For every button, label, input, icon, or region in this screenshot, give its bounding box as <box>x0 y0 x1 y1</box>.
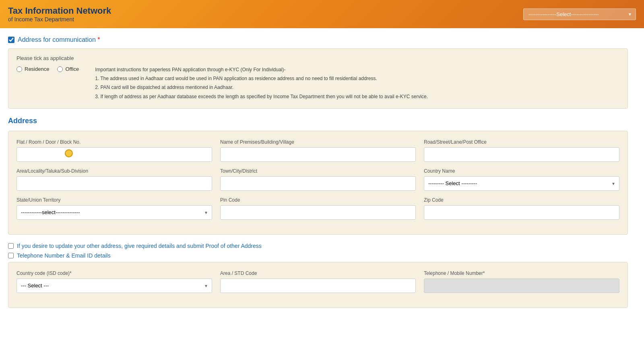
form-group-telephone: Telephone / Mobile Number* <box>424 270 619 293</box>
country-select[interactable]: --------- Select --------- <box>424 176 619 191</box>
radio-options: Residence Office <box>17 66 79 102</box>
premises-input[interactable] <box>220 147 416 162</box>
road-input[interactable] <box>424 147 619 162</box>
telephone-box: Country code (ISD code)* --- Select --- … <box>8 262 628 308</box>
area-input[interactable] <box>17 176 212 191</box>
form-row-3: State/Union Territory ------------select… <box>17 197 619 220</box>
address-communication-header: Address for communication * <box>8 36 628 43</box>
radio-residence-label[interactable]: Residence <box>17 66 49 72</box>
logo: Tax Information Network of Income Tax De… <box>8 6 111 23</box>
radio-office[interactable] <box>57 66 63 72</box>
telephone-section-header: Telephone Number & Email ID details <box>8 252 628 259</box>
telephone-number-label: Telephone / Mobile Number* <box>424 270 619 276</box>
form-group-town: Town/City/District <box>220 168 416 191</box>
zip-label: Zip Code <box>424 197 619 203</box>
header: Tax Information Network of Income Tax De… <box>0 0 644 28</box>
radio-group: Residence Office <box>17 66 79 72</box>
form-row-1: Flat / Room / Door / Block No. Name of P… <box>17 139 619 162</box>
address-title: Address <box>8 117 628 125</box>
telephone-form-row: Country code (ISD code)* --- Select --- … <box>17 270 619 293</box>
header-sub-title: of Income Tax Department <box>8 16 111 23</box>
flat-input-wrap <box>17 147 212 162</box>
instructions-title: Important instructions for paperless PAN… <box>95 66 428 74</box>
instructions: Important instructions for paperless PAN… <box>95 66 428 102</box>
form-group-premises: Name of Premises/Building/Village <box>220 139 416 162</box>
flat-input[interactable] <box>17 147 212 162</box>
radio-office-label[interactable]: Office <box>57 66 79 72</box>
address-communication-label[interactable]: Address for communication * <box>18 36 100 43</box>
form-group-pin: Pin Code <box>220 197 416 220</box>
country-select-wrap[interactable]: --------- Select --------- <box>424 176 619 191</box>
telephone-label[interactable]: Telephone Number & Email ID details <box>17 252 111 259</box>
office-text: Office <box>65 66 79 72</box>
form-group-zip: Zip Code <box>424 197 619 220</box>
required-star: * <box>97 36 100 43</box>
state-select[interactable]: ------------select-------------- <box>17 205 212 220</box>
header-main-title: Tax Information Network <box>8 6 111 16</box>
form-group-road: Road/Street/Lane/Post Office <box>424 139 619 162</box>
info-divider: Residence Office Important instructions … <box>17 66 619 102</box>
town-input[interactable] <box>220 176 416 191</box>
instructions-point-3: 3. If length of address as per Aadhaar d… <box>95 93 428 101</box>
pin-input[interactable] <box>220 205 416 220</box>
state-select-wrap[interactable]: ------------select-------------- <box>17 205 212 220</box>
flat-label: Flat / Room / Door / Block No. <box>17 139 212 145</box>
header-select[interactable]: ----------------Select---------------- <box>523 8 636 20</box>
isd-select-wrap[interactable]: --- Select --- <box>17 279 212 293</box>
isd-select[interactable]: --- Select --- <box>17 279 212 293</box>
zip-input[interactable] <box>424 205 619 220</box>
form-group-area: Area/Locality/Taluka/Sub-Division <box>17 168 212 191</box>
residence-text: Residence <box>25 66 49 72</box>
form-row-2: Area/Locality/Taluka/Sub-Division Town/C… <box>17 168 619 191</box>
info-box: Please tick as applicable Residence Offi… <box>8 48 628 109</box>
other-address-label[interactable]: If you desire to update your other addre… <box>17 243 262 249</box>
address-section: Address Flat / Room / Door / Block No. N… <box>8 117 628 235</box>
form-group-isd: Country code (ISD code)* --- Select --- <box>17 270 212 293</box>
form-group-area-std: Area / STD Code <box>220 270 416 293</box>
radio-residence[interactable] <box>17 66 22 72</box>
instructions-point-1: 1. The address used in Aadhaar card woul… <box>95 75 428 83</box>
state-label: State/Union Territory <box>17 197 212 203</box>
road-label: Road/Street/Lane/Post Office <box>424 139 619 145</box>
area-label: Area/Locality/Taluka/Sub-Division <box>17 168 212 174</box>
address-communication-checkbox[interactable] <box>8 37 14 43</box>
area-std-input[interactable] <box>220 279 416 293</box>
country-label: Country Name <box>424 168 619 174</box>
area-std-label: Area / STD Code <box>220 270 416 276</box>
header-right: ----------------Select---------------- <box>523 8 636 20</box>
telephone-checkbox[interactable] <box>8 253 14 258</box>
isd-label: Country code (ISD code)* <box>17 270 212 276</box>
town-label: Town/City/District <box>220 168 416 174</box>
other-address-section: If you desire to update your other addre… <box>8 243 628 249</box>
header-dropdown-wrap[interactable]: ----------------Select---------------- <box>523 8 636 20</box>
instructions-point-2: 2. PAN card will be dispatched at addres… <box>95 84 428 91</box>
address-communication-text: Address for communication <box>18 36 96 43</box>
form-group-flat: Flat / Room / Door / Block No. <box>17 139 212 162</box>
main-content: Address for communication * Please tick … <box>0 28 636 316</box>
form-group-country: Country Name --------- Select --------- <box>424 168 619 191</box>
form-group-state: State/Union Territory ------------select… <box>17 197 212 220</box>
telephone-input[interactable] <box>424 279 619 293</box>
other-address-checkbox[interactable] <box>8 243 14 249</box>
premises-label: Name of Premises/Building/Village <box>220 139 416 145</box>
pin-label: Pin Code <box>220 197 416 203</box>
address-form-box: Flat / Room / Door / Block No. Name of P… <box>8 131 628 235</box>
tick-label: Please tick as applicable <box>17 55 619 61</box>
